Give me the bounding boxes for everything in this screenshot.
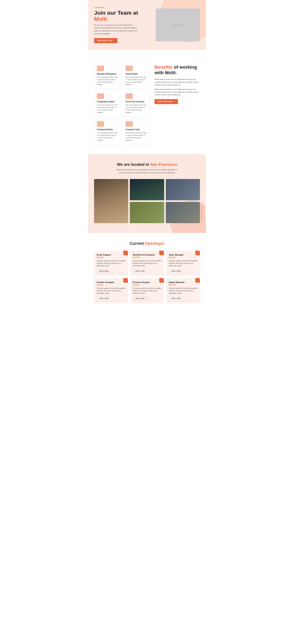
location-photo-meeting <box>166 179 200 200</box>
job-desc-3: Et harum quidem rerum facilis expedita d… <box>97 287 125 294</box>
job-card-1: → WordPress Developer Part Time Et harum… <box>130 251 164 276</box>
job-desc-0: Et harum quidem rerum facilis expedita d… <box>97 260 125 267</box>
benefit-icon-3 <box>126 93 133 99</box>
benefit-icon-4 <box>97 121 104 127</box>
benefit-desc-1: Your content goes here. Edit or remove t… <box>126 76 147 86</box>
job-desc-2: Et harum quidem rerum facilis expedita d… <box>169 260 197 267</box>
job-apply-button-1[interactable]: APPLY NOW → <box>133 269 149 273</box>
spacer-1 <box>88 50 206 60</box>
benefits-cards-grid: Beautiful Workspace Your content goes he… <box>94 63 150 144</box>
benefits-para-2: Morbi tempus iaculis urna id volutpat la… <box>155 88 200 96</box>
benefit-desc-3: Your content goes here. Edit or remove t… <box>126 104 147 114</box>
location-title-start: We are located in <box>117 162 150 166</box>
benefit-desc-4: Your content goes here. Edit or remove t… <box>97 132 118 142</box>
job-card-arrow-2[interactable]: → <box>195 251 200 255</box>
benefits-para-1: Morbi tempus iaculis urna id volutpat la… <box>155 78 200 86</box>
job-title-1: WordPress Developer <box>133 254 161 256</box>
hero-content: CAREERS Join our Team at Molti At vero e… <box>94 6 151 43</box>
job-title-2: Sales Manager <box>169 254 197 256</box>
location-section: We are located in San Fransisco Morbi te… <box>88 154 206 233</box>
location-photo-grid <box>94 179 200 223</box>
benefit-card-3: Free Food & Snacks Your content goes her… <box>123 90 150 116</box>
job-type-1: Part Time <box>133 256 161 258</box>
image-placeholder-label: 1527x1272 <box>173 24 183 26</box>
hero-description: At vero eos et accusamus iusto odio dign… <box>94 24 140 35</box>
benefits-heading-accent: Benefits <box>155 64 173 70</box>
job-type-4: Full-time <box>133 284 161 286</box>
job-card-3: → Graphic Designer Full-time Et harum qu… <box>94 278 128 303</box>
location-title: We are located in San Fransisco <box>94 162 200 167</box>
benefit-icon-0 <box>97 66 104 71</box>
location-photo-desk <box>130 202 164 223</box>
job-card-arrow-3[interactable]: → <box>123 278 128 283</box>
job-apply-button-2[interactable]: APPLY NOW → <box>169 269 185 273</box>
benefit-title-3: Free Food & Snacks <box>126 100 147 103</box>
job-desc-4: Et harum quidem rerum facilis expedita d… <box>133 287 161 294</box>
openings-title-accent: Openings! <box>145 241 164 246</box>
hero-cta-button[interactable]: VIEW OPEN JOBS → <box>94 38 117 43</box>
benefits-heading: Benefits of working with Molti. <box>155 64 200 75</box>
location-title-accent: San Fransisco <box>150 162 177 166</box>
hero-section: CAREERS Join our Team at Molti At vero e… <box>88 0 206 50</box>
benefit-card-4: Company Parties Your content goes here. … <box>94 118 121 144</box>
job-apply-button-0[interactable]: APPLY NOW → <box>97 269 113 273</box>
benefits-section: Beautiful Workspace Your content goes he… <box>88 60 206 154</box>
job-type-5: Part Time <box>169 284 197 286</box>
job-apply-button-5[interactable]: APPLY NOW → <box>169 296 185 301</box>
job-card-4: → Product designer Full-time Et harum qu… <box>130 278 164 303</box>
location-photo-woman <box>166 202 200 223</box>
job-title-0: Email Support <box>97 254 125 256</box>
job-desc-1: Et harum quidem rerum facilis expedita d… <box>133 260 161 267</box>
benefit-icon-2 <box>97 93 104 99</box>
hero-title-accent: Molti <box>94 16 107 22</box>
benefits-cta-button[interactable]: VIEW OPEN JOBS → <box>155 99 178 104</box>
benefit-desc-5: Your content goes here. Edit or remove t… <box>126 132 147 142</box>
openings-title-start: Current <box>130 241 145 246</box>
job-card-0: → Email Support Full-time Et harum quide… <box>94 251 128 276</box>
benefit-icon-5 <box>126 121 133 127</box>
benefit-card-5: Company Trips Your content goes here. Ed… <box>123 118 150 144</box>
location-subtitle: Morbi tempus iaculis urna id volutpat la… <box>116 168 178 174</box>
job-type-3: Full-time <box>97 284 125 286</box>
job-apply-button-3[interactable]: APPLY NOW → <box>97 296 113 301</box>
job-title-5: Digital Marketer <box>169 281 197 284</box>
benefit-title-0: Beautiful Workspace <box>97 73 118 75</box>
openings-section: Current Openings! → Email Support Full-t… <box>88 233 206 316</box>
job-apply-button-4[interactable]: APPLY NOW → <box>133 296 149 301</box>
openings-title: Current Openings! <box>94 241 200 246</box>
hero-image: 1527x1272 <box>156 8 200 41</box>
job-desc-5: Et harum quidem rerum facilis expedita d… <box>169 287 197 294</box>
hero-tag: CAREERS <box>94 6 151 8</box>
job-type-0: Full-time <box>97 256 125 258</box>
job-card-arrow-4[interactable]: → <box>159 278 164 283</box>
benefit-card-2: Competitive Salary Your content goes her… <box>94 90 121 116</box>
benefit-desc-2: Your content goes here. Edit or remove t… <box>97 104 118 114</box>
hero-title: Join our Team at Molti <box>94 10 151 22</box>
benefit-title-2: Competitive Salary <box>97 100 118 103</box>
job-card-arrow-1[interactable]: → <box>159 251 164 255</box>
hero-title-start: Join our Team at <box>94 10 138 16</box>
job-card-2: → Sales Manager Full-time Et harum quide… <box>166 251 200 276</box>
job-card-arrow-5[interactable]: → <box>195 278 200 283</box>
benefit-title-5: Company Trips <box>126 128 147 131</box>
benefit-card-1: Great People Your content goes here. Edi… <box>123 63 150 88</box>
location-photo-building <box>130 179 164 200</box>
job-type-2: Full-time <box>169 256 197 258</box>
benefit-title-4: Company Parties <box>97 128 118 131</box>
benefit-icon-1 <box>126 66 133 71</box>
job-title-3: Graphic Designer <box>97 281 125 284</box>
location-photo-office-1 <box>94 179 128 223</box>
jobs-grid: → Email Support Full-time Et harum quide… <box>94 251 200 303</box>
benefit-title-1: Great People <box>126 73 147 75</box>
job-card-arrow-0[interactable]: → <box>123 251 128 255</box>
job-title-4: Product designer <box>133 281 161 284</box>
job-card-5: → Digital Marketer Part Time Et harum qu… <box>166 278 200 303</box>
benefit-desc-0: Your content goes here. Edit or remove t… <box>97 76 118 86</box>
benefit-card-0: Beautiful Workspace Your content goes he… <box>94 63 121 88</box>
benefits-text: Benefits of working with Molti. Morbi te… <box>155 63 200 104</box>
